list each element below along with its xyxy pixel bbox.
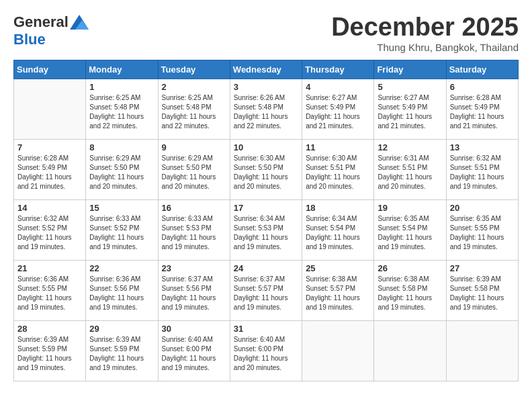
day-number: 7: [17, 142, 82, 152]
calendar-day-header: Monday: [86, 60, 158, 79]
calendar-cell: 14Sunrise: 6:32 AMSunset: 5:52 PMDayligh…: [14, 199, 86, 260]
day-number: 1: [89, 82, 154, 92]
day-number: 15: [89, 203, 154, 213]
logo: General Blue: [13, 13, 89, 48]
calendar-cell: 9Sunrise: 6:29 AMSunset: 5:50 PMDaylight…: [158, 139, 230, 199]
calendar-cell: 7Sunrise: 6:28 AMSunset: 5:49 PMDaylight…: [14, 139, 86, 199]
calendar-week-row: 7Sunrise: 6:28 AMSunset: 5:49 PMDaylight…: [14, 139, 519, 199]
day-info: Sunrise: 6:30 AMSunset: 5:50 PMDaylight:…: [234, 154, 298, 191]
day-info: Sunrise: 6:39 AMSunset: 5:59 PMDaylight:…: [17, 335, 82, 373]
day-number: 11: [306, 142, 370, 152]
calendar-cell: 15Sunrise: 6:33 AMSunset: 5:52 PMDayligh…: [86, 199, 158, 260]
day-info: Sunrise: 6:35 AMSunset: 5:55 PMDaylight:…: [450, 214, 515, 252]
day-number: 12: [378, 142, 442, 152]
calendar-day-header: Sunday: [14, 60, 86, 79]
day-number: 25: [306, 263, 370, 273]
day-number: 21: [17, 263, 82, 273]
calendar-cell: 6Sunrise: 6:28 AMSunset: 5:49 PMDaylight…: [446, 79, 518, 139]
page-header: General Blue December 2025 Thung Khru, B…: [13, 13, 519, 53]
location: Thung Khru, Bangkok, Thailand: [331, 42, 519, 53]
day-number: 4: [306, 82, 370, 92]
day-number: 19: [378, 203, 442, 213]
calendar-week-row: 1Sunrise: 6:25 AMSunset: 5:48 PMDaylight…: [14, 79, 519, 139]
calendar-table: SundayMondayTuesdayWednesdayThursdayFrid…: [13, 60, 519, 381]
calendar-cell: 5Sunrise: 6:27 AMSunset: 5:49 PMDaylight…: [374, 79, 446, 139]
day-number: 31: [234, 324, 298, 334]
calendar-cell: 31Sunrise: 6:40 AMSunset: 6:00 PMDayligh…: [230, 320, 302, 381]
day-info: Sunrise: 6:38 AMSunset: 5:58 PMDaylight:…: [378, 275, 442, 312]
calendar-cell: 10Sunrise: 6:30 AMSunset: 5:50 PMDayligh…: [230, 139, 302, 199]
day-info: Sunrise: 6:40 AMSunset: 6:00 PMDaylight:…: [162, 335, 226, 373]
logo-blue: Blue: [13, 31, 46, 48]
day-info: Sunrise: 6:39 AMSunset: 5:58 PMDaylight:…: [450, 275, 515, 312]
calendar-day-header: Thursday: [302, 60, 374, 79]
calendar-cell: 19Sunrise: 6:35 AMSunset: 5:54 PMDayligh…: [374, 199, 446, 260]
day-number: 3: [234, 82, 298, 92]
day-info: Sunrise: 6:34 AMSunset: 5:54 PMDaylight:…: [306, 214, 370, 252]
calendar-cell: 22Sunrise: 6:36 AMSunset: 5:56 PMDayligh…: [86, 260, 158, 320]
calendar-cell: 21Sunrise: 6:36 AMSunset: 5:55 PMDayligh…: [14, 260, 86, 320]
calendar-cell: [302, 320, 374, 381]
day-info: Sunrise: 6:37 AMSunset: 5:56 PMDaylight:…: [162, 275, 226, 312]
day-number: 27: [450, 263, 515, 273]
calendar-cell: 4Sunrise: 6:27 AMSunset: 5:49 PMDaylight…: [302, 79, 374, 139]
day-info: Sunrise: 6:28 AMSunset: 5:49 PMDaylight:…: [17, 154, 82, 191]
calendar-cell: 30Sunrise: 6:40 AMSunset: 6:00 PMDayligh…: [158, 320, 230, 381]
day-number: 23: [162, 263, 226, 273]
calendar-cell: 13Sunrise: 6:32 AMSunset: 5:51 PMDayligh…: [446, 139, 518, 199]
day-info: Sunrise: 6:36 AMSunset: 5:56 PMDaylight:…: [89, 275, 154, 312]
calendar-cell: 17Sunrise: 6:34 AMSunset: 5:53 PMDayligh…: [230, 199, 302, 260]
day-number: 9: [162, 142, 226, 152]
calendar-cell: 26Sunrise: 6:38 AMSunset: 5:58 PMDayligh…: [374, 260, 446, 320]
calendar-cell: [446, 320, 518, 381]
day-number: 6: [450, 82, 515, 92]
day-number: 10: [234, 142, 298, 152]
calendar-day-header: Friday: [374, 60, 446, 79]
day-number: 17: [234, 203, 298, 213]
day-info: Sunrise: 6:34 AMSunset: 5:53 PMDaylight:…: [234, 214, 298, 252]
calendar-cell: 27Sunrise: 6:39 AMSunset: 5:58 PMDayligh…: [446, 260, 518, 320]
day-info: Sunrise: 6:28 AMSunset: 5:49 PMDaylight:…: [450, 93, 515, 131]
day-number: 5: [378, 82, 442, 92]
day-number: 8: [89, 142, 154, 152]
day-number: 30: [162, 324, 226, 334]
day-info: Sunrise: 6:33 AMSunset: 5:53 PMDaylight:…: [162, 214, 226, 252]
calendar-cell: 25Sunrise: 6:38 AMSunset: 5:57 PMDayligh…: [302, 260, 374, 320]
calendar-day-header: Tuesday: [158, 60, 230, 79]
day-number: 20: [450, 203, 515, 213]
calendar-cell: 20Sunrise: 6:35 AMSunset: 5:55 PMDayligh…: [446, 199, 518, 260]
calendar-cell: 2Sunrise: 6:25 AMSunset: 5:48 PMDaylight…: [158, 79, 230, 139]
day-info: Sunrise: 6:27 AMSunset: 5:49 PMDaylight:…: [306, 93, 370, 131]
day-info: Sunrise: 6:29 AMSunset: 5:50 PMDaylight:…: [89, 154, 154, 191]
day-info: Sunrise: 6:33 AMSunset: 5:52 PMDaylight:…: [89, 214, 154, 252]
calendar-header-row: SundayMondayTuesdayWednesdayThursdayFrid…: [14, 60, 519, 79]
day-info: Sunrise: 6:32 AMSunset: 5:51 PMDaylight:…: [450, 154, 515, 191]
day-info: Sunrise: 6:25 AMSunset: 5:48 PMDaylight:…: [89, 93, 154, 131]
day-number: 22: [89, 263, 154, 273]
calendar-day-header: Wednesday: [230, 60, 302, 79]
calendar-cell: 3Sunrise: 6:26 AMSunset: 5:48 PMDaylight…: [230, 79, 302, 139]
day-number: 14: [17, 203, 82, 213]
day-info: Sunrise: 6:36 AMSunset: 5:55 PMDaylight:…: [17, 275, 82, 312]
calendar-cell: 18Sunrise: 6:34 AMSunset: 5:54 PMDayligh…: [302, 199, 374, 260]
calendar-cell: [374, 320, 446, 381]
title-section: December 2025 Thung Khru, Bangkok, Thail…: [331, 13, 519, 53]
calendar-cell: 8Sunrise: 6:29 AMSunset: 5:50 PMDaylight…: [86, 139, 158, 199]
calendar-week-row: 28Sunrise: 6:39 AMSunset: 5:59 PMDayligh…: [14, 320, 519, 381]
day-info: Sunrise: 6:29 AMSunset: 5:50 PMDaylight:…: [162, 154, 226, 191]
month-title: December 2025: [331, 13, 519, 42]
day-info: Sunrise: 6:27 AMSunset: 5:49 PMDaylight:…: [378, 93, 442, 131]
day-number: 16: [162, 203, 226, 213]
day-info: Sunrise: 6:25 AMSunset: 5:48 PMDaylight:…: [162, 93, 226, 131]
day-number: 28: [17, 324, 82, 334]
day-info: Sunrise: 6:30 AMSunset: 5:51 PMDaylight:…: [306, 154, 370, 191]
day-info: Sunrise: 6:40 AMSunset: 6:00 PMDaylight:…: [234, 335, 298, 373]
day-info: Sunrise: 6:32 AMSunset: 5:52 PMDaylight:…: [17, 214, 82, 252]
calendar-week-row: 21Sunrise: 6:36 AMSunset: 5:55 PMDayligh…: [14, 260, 519, 320]
calendar-cell: [14, 79, 86, 139]
day-number: 2: [162, 82, 226, 92]
day-info: Sunrise: 6:35 AMSunset: 5:54 PMDaylight:…: [378, 214, 442, 252]
day-number: 18: [306, 203, 370, 213]
calendar-cell: 24Sunrise: 6:37 AMSunset: 5:57 PMDayligh…: [230, 260, 302, 320]
logo-general: General: [13, 13, 69, 31]
